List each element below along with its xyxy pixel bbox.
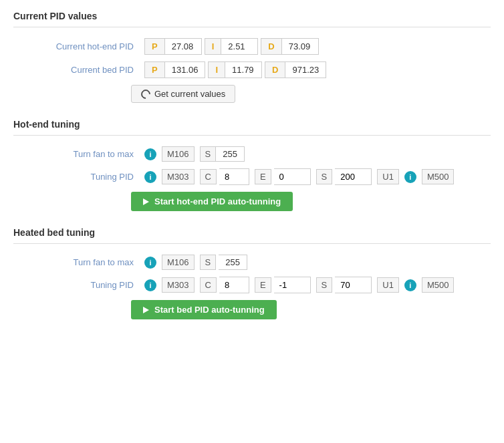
bed-pid-group: P 131.06 I 11.79 D 971.23 (144, 61, 326, 78)
hotend-pid-s-label: S (316, 169, 333, 184)
hotend-tuning-section: Hot-end tuning Turn fan to max i M106 S … (13, 119, 491, 211)
bed-pid-m500: M500 (422, 277, 455, 293)
hotend-pid-label: Current hot-end PID (27, 41, 134, 51)
bed-i-letter: I (208, 61, 225, 78)
bed-pid-c-label: C (200, 277, 217, 293)
hotend-fan-s-value: 255 (216, 146, 245, 162)
bed-pid-label: Current bed PID (27, 65, 134, 75)
bed-p-value: 131.06 (165, 61, 206, 78)
bed-tuning-pid-row: Tuning PID i M303 C E S U1 i M500 (13, 277, 491, 293)
hotend-i-letter: I (205, 38, 222, 55)
hotend-pid-row: Current hot-end PID P 27.08 I 2.51 D 73.… (13, 38, 491, 55)
hotend-p-value: 27.08 (165, 38, 202, 55)
divider-bed-tuning (13, 243, 491, 244)
hotend-d-letter: D (261, 38, 281, 55)
hotend-tuning-title: Hot-end tuning (13, 119, 491, 130)
hotend-pid-e-label: E (255, 169, 271, 184)
hotend-fan-cmd: i M106 S 255 (144, 146, 245, 162)
hotend-d-value: 73.09 (282, 38, 319, 55)
bed-fan-s-label: S (200, 255, 217, 270)
bed-tuning-section: Heated bed tuning Turn fan to max i M106… (13, 227, 491, 319)
start-hotend-pid-button[interactable]: Start hot-end PID auto-tunning (131, 192, 293, 211)
bed-pid-s-label: S (316, 277, 333, 293)
hotend-pid-info-icon[interactable]: i (144, 171, 156, 183)
play-icon (143, 198, 149, 205)
bed-fan-s-value: 255 (219, 255, 247, 270)
bed-tuning-title: Heated bed tuning (13, 227, 491, 238)
hotend-pid-e-input[interactable] (274, 168, 311, 185)
bed-pid-e-label: E (255, 277, 271, 293)
hotend-pid-c-label: C (200, 169, 217, 184)
bed-fan-cmd: i M106 S 255 (144, 255, 247, 270)
divider-current-pid (13, 27, 491, 27)
hotend-tuning-pid-cmd: i M303 C E S U1 i M500 (144, 168, 454, 185)
hotend-tuning-pid-label: Tuning PID (27, 172, 134, 182)
hotend-pid-s-input[interactable] (335, 168, 372, 185)
bed-m500-info-icon[interactable]: i (404, 279, 416, 291)
start-bed-pid-button[interactable]: Start bed PID auto-tunning (131, 300, 277, 319)
hotend-i-value: 2.51 (221, 38, 258, 55)
bed-pid-m303: M303 (162, 277, 195, 293)
hotend-pid-m500: M500 (422, 169, 455, 184)
divider-hotend-tuning (13, 135, 491, 136)
hotend-fan-info-icon[interactable]: i (144, 148, 156, 160)
get-current-values-label: Get current values (154, 89, 225, 99)
bed-pid-info-icon[interactable]: i (144, 279, 156, 291)
bed-i-value: 11.79 (225, 61, 262, 78)
hotend-p-letter: P (144, 38, 165, 55)
refresh-icon (139, 88, 152, 101)
bed-d-value: 971.23 (285, 61, 326, 78)
bed-pid-row: Current bed PID P 131.06 I 11.79 D 971.2… (13, 61, 491, 78)
hotend-tuning-pid-row: Tuning PID i M303 C E S U1 i M500 (13, 168, 491, 185)
hotend-pid-m303: M303 (162, 169, 195, 184)
current-pid-title: Current PID values (13, 11, 491, 21)
hotend-fan-m106-chunk: M106 (162, 146, 195, 162)
hotend-m500-info-icon[interactable]: i (404, 171, 416, 183)
bed-fan-info-icon[interactable]: i (144, 257, 156, 269)
hotend-fan-s-label: S (200, 146, 217, 162)
hotend-fan-label: Turn fan to max (27, 149, 134, 159)
bed-p-letter: P (144, 61, 165, 78)
current-pid-section: Current PID values Current hot-end PID P… (13, 11, 491, 103)
hotend-pid-c-input[interactable] (219, 168, 249, 185)
get-current-values-button[interactable]: Get current values (131, 85, 235, 103)
hotend-fan-m106: M106 (162, 146, 195, 162)
bed-pid-s-input[interactable] (335, 277, 372, 293)
hotend-pid-u1-label: U1 (377, 169, 399, 184)
start-bed-pid-label: Start bed PID auto-tunning (154, 305, 265, 315)
bed-d-letter: D (265, 61, 285, 78)
bed-pid-u1-label: U1 (377, 277, 399, 293)
play-icon-bed (143, 307, 149, 313)
hotend-fan-s-chunk: S 255 (197, 146, 245, 162)
hotend-pid-group: P 27.08 I 2.51 D 73.09 (144, 38, 319, 55)
bed-fan-label: Turn fan to max (27, 257, 134, 267)
bed-fan-m106: M106 (162, 255, 195, 270)
bed-pid-e-input[interactable] (274, 277, 311, 293)
hotend-fan-row: Turn fan to max i M106 S 255 (13, 146, 491, 162)
bed-tuning-pid-cmd: i M303 C E S U1 i M500 (144, 277, 454, 293)
bed-fan-row: Turn fan to max i M106 S 255 (13, 255, 491, 270)
bed-tuning-pid-label: Tuning PID (27, 280, 134, 290)
start-hotend-pid-label: Start hot-end PID auto-tunning (154, 196, 281, 206)
bed-pid-c-input[interactable] (219, 277, 249, 293)
